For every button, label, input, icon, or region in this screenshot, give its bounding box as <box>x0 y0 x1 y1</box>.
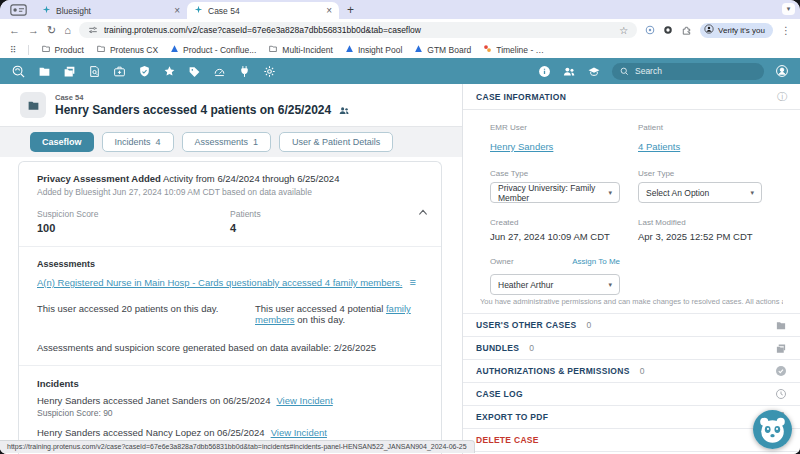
users-other-cases-row[interactable]: USER'S OTHER CASES 0 <box>463 314 800 337</box>
view-incident-link[interactable]: View Incident <box>276 395 332 406</box>
profile-card-icon[interactable] <box>10 4 27 16</box>
assign-to-me-link[interactable]: Assign To Me <box>572 257 620 266</box>
created-field: Created Jun 27, 2024 10:09 AM CDT <box>490 218 638 242</box>
users-icon[interactable] <box>562 65 576 78</box>
bookmark-insight-pool[interactable]: Insight Pool <box>345 44 402 55</box>
close-tab-icon[interactable]: × <box>326 6 332 16</box>
export-to-pdf-row[interactable]: EXPORT TO PDF <box>463 406 800 429</box>
search-input[interactable]: Search <box>612 63 764 80</box>
tag-icon[interactable] <box>188 65 201 78</box>
authorizations-permissions-row[interactable]: AUTHORIZATIONS & PERMISSIONS 0 <box>463 360 800 383</box>
case-log-row[interactable]: CASE LOG <box>463 383 800 406</box>
privacy-assessment-section: Privacy Assessment Added Activity from 6… <box>37 173 423 234</box>
tab-caseflow[interactable]: Caseflow <box>30 132 94 152</box>
menu-bars-icon[interactable]: ≡ <box>409 277 415 288</box>
assessments-section: Assessments A(n) Registered Nurse in Mai… <box>37 259 423 353</box>
bookmark-protenus-cx[interactable]: Protenus CX <box>96 44 158 55</box>
new-tab-button[interactable]: + <box>347 3 354 17</box>
main-column: Case 54 Henry Sanders accessed 4 patient… <box>0 84 462 454</box>
url-text: training.protenus.com/v2/case?caseId=67e… <box>104 25 613 35</box>
bookmark-confluence[interactable]: Product - Conflue... <box>170 44 256 55</box>
extension-icon[interactable] <box>663 25 673 35</box>
case-header: Case 54 Henry Sanders accessed 4 patient… <box>0 84 462 126</box>
assessment-link[interactable]: A(n) Registered Nurse in Main Hosp - Car… <box>37 277 402 288</box>
confluence-icon <box>170 44 179 55</box>
site-settings-icon[interactable] <box>88 21 98 39</box>
page-content: Case 54 Henry Sanders accessed 4 patient… <box>0 84 800 454</box>
info-icon[interactable]: ⓘ <box>777 90 787 104</box>
family-members-note: This user accessed 4 potential family me… <box>255 303 423 325</box>
user-type-field: User Type Select An Option▾ <box>638 169 773 203</box>
reload-button[interactable]: ↻ <box>47 25 56 36</box>
divider <box>19 365 441 366</box>
patients-stat: Patients 4 <box>230 209 423 234</box>
user-type-select[interactable]: Select An Option▾ <box>638 182 762 203</box>
forward-button[interactable]: → <box>28 25 39 36</box>
search-icon <box>620 67 629 76</box>
chevron-up-icon[interactable] <box>418 202 428 220</box>
folders-icon <box>775 343 787 354</box>
panda-chat-button[interactable] <box>753 410 792 449</box>
emr-user-link[interactable]: Henry Sanders <box>490 141 553 152</box>
bundles-row[interactable]: BUNDLES 0 <box>463 337 800 360</box>
last-modified-field: Last Modified Apr 3, 2025 12:52 PM CDT <box>638 218 773 242</box>
browser-tab-case54[interactable]: Case 54 × <box>187 2 339 19</box>
apps-grid-icon[interactable]: ⠿ <box>10 45 16 55</box>
view-incident-link[interactable]: View Incident <box>271 427 327 438</box>
plug-icon[interactable] <box>238 65 251 78</box>
info-icon[interactable] <box>538 65 551 78</box>
shield-check-icon[interactable] <box>138 65 151 78</box>
bookmark-gtm-board[interactable]: GTM Board <box>414 44 471 55</box>
tab-user-patient-details[interactable]: User & Patient Details <box>279 132 393 152</box>
patients-icon <box>338 105 350 116</box>
bookmark-multi-incident[interactable]: Multi-Incident <box>268 44 333 55</box>
graduation-cap-icon[interactable] <box>587 65 601 78</box>
browser-menu-icon[interactable]: ⋮ <box>781 25 791 36</box>
generated-note: Assessments and suspicion score generate… <box>37 342 423 353</box>
account-icon[interactable] <box>775 64 789 78</box>
tab-list-chevron-icon[interactable]: ▾ <box>782 3 795 15</box>
case-type-select[interactable]: Privacy University: Family Member▾ <box>490 182 620 203</box>
patients-link[interactable]: 4 Patients <box>638 141 680 152</box>
panel-accordion: USER'S OTHER CASES 0 BUNDLES 0 AUTHORIZA… <box>463 313 800 452</box>
tab-incidents[interactable]: Incidents4 <box>102 132 174 152</box>
bookmark-star-icon[interactable]: ☆ <box>619 25 628 36</box>
gauge-icon[interactable] <box>213 65 226 78</box>
browser-tab-bluesight[interactable]: Bluesight × <box>35 2 187 19</box>
owner-select[interactable]: Heather Arthur▾ <box>490 274 620 295</box>
folder-icon <box>775 320 787 331</box>
browser-tab-strip: Bluesight × Case 54 × + ▾ <box>0 0 800 19</box>
folder-icon[interactable] <box>38 65 51 78</box>
folder-icon <box>96 44 106 55</box>
confluence-icon <box>345 44 354 55</box>
medical-kit-icon[interactable] <box>113 65 126 78</box>
extensions-puzzle-icon[interactable] <box>681 25 692 36</box>
case-information-panel: CASE INFORMATION ⓘ EMR User Henry Sander… <box>462 84 800 454</box>
delete-case-row[interactable]: DELETE CASE <box>463 429 800 452</box>
home-button[interactable]: ⌂ <box>64 25 71 36</box>
gear-icon[interactable] <box>263 65 276 78</box>
caseflow-card: Privacy Assessment Added Activity from 6… <box>18 161 442 454</box>
close-tab-icon[interactable]: × <box>174 6 180 16</box>
patient-field: Patient 4 Patients <box>638 123 773 154</box>
bookmark-product[interactable]: Product <box>41 44 84 55</box>
divider <box>28 45 29 55</box>
document-search-icon[interactable] <box>88 65 101 78</box>
incident-row: Henry Sanders accessed Janet Sanders on … <box>37 395 423 418</box>
tab-assessments[interactable]: Assessments1 <box>182 132 272 152</box>
link-preview-status-bar: https://training.protenus.com/v2/case?ca… <box>0 440 475 453</box>
folders-icon[interactable] <box>63 65 76 78</box>
address-bar[interactable]: training.protenus.com/v2/case?caseId=67e… <box>79 22 637 38</box>
patients-note: This user accessed 20 patients on this d… <box>37 303 255 325</box>
folder-icon <box>268 44 278 55</box>
bookmark-timeline[interactable]: Timeline - Privacy... <box>483 44 548 55</box>
back-button[interactable]: ← <box>9 25 20 36</box>
divider <box>19 246 441 247</box>
extension-icon[interactable] <box>645 25 655 35</box>
star-icon[interactable] <box>163 65 176 78</box>
bluesight-favicon-icon <box>42 5 51 16</box>
chevron-down-icon: ▾ <box>608 281 612 289</box>
case-number-label: Case 54 <box>55 93 350 102</box>
verify-button[interactable]: Verify it's you <box>700 23 773 38</box>
protenus-logo-icon[interactable] <box>11 64 26 79</box>
